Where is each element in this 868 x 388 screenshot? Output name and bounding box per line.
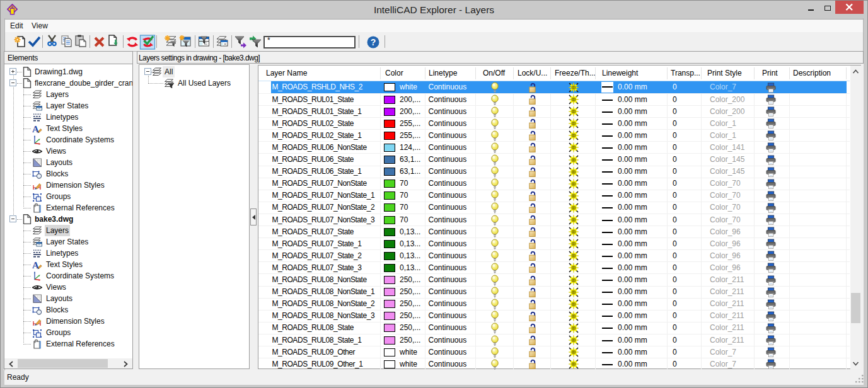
svg-text:?: ?	[371, 37, 376, 47]
